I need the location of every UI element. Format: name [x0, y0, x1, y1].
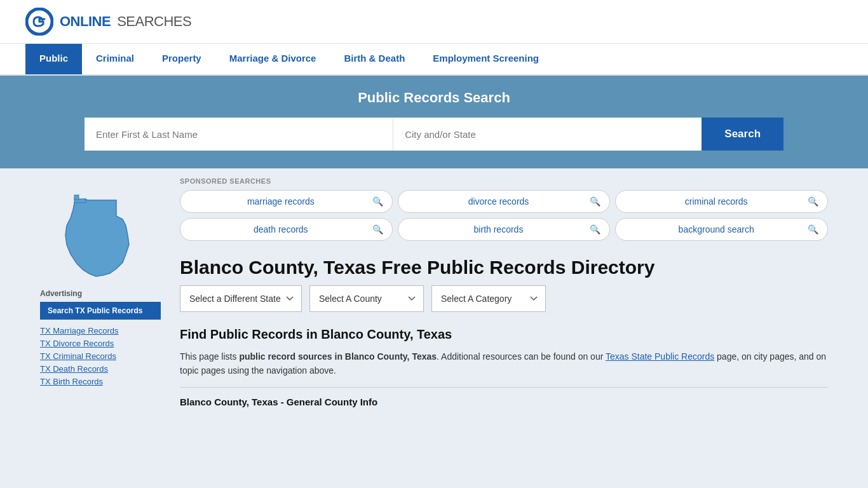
texas-map-area: [40, 181, 161, 289]
county-dropdown[interactable]: Select A County: [309, 285, 424, 312]
sponsored-text-death: death records: [189, 224, 372, 234]
nav-bar: Public Criminal Property Marriage & Divo…: [0, 43, 868, 74]
sidebar-link-marriage[interactable]: TX Marriage Records: [40, 326, 161, 336]
sponsored-item-birth[interactable]: birth records 🔍: [398, 218, 611, 241]
hero-search-section: Public Records Search Search: [0, 76, 868, 168]
search-icon-divorce: 🔍: [590, 196, 600, 207]
sidebar-ad-button[interactable]: Search TX Public Records: [40, 302, 161, 320]
find-section: Find Public Records in Blanco County, Te…: [180, 327, 828, 407]
county-title: Blanco County, Texas Free Public Records…: [180, 256, 828, 279]
sponsored-label: SPONSORED SEARCHES: [180, 177, 828, 185]
sponsored-text-birth: birth records: [407, 224, 590, 234]
svg-rect-2: [74, 195, 79, 200]
find-section-heading: Find Public Records in Blanco County, Te…: [180, 327, 828, 342]
nav-item-public[interactable]: Public: [25, 44, 82, 74]
sponsored-item-death[interactable]: death records 🔍: [180, 218, 393, 241]
search-icon-marriage: 🔍: [372, 196, 383, 207]
sponsored-item-divorce[interactable]: divorce records 🔍: [398, 190, 611, 213]
section-divider: [180, 387, 828, 388]
sidebar-link-death[interactable]: TX Death Records: [40, 364, 161, 374]
sponsored-text-divorce: divorce records: [407, 196, 590, 207]
sponsored-text-marriage: marriage records: [189, 196, 372, 207]
nav-item-criminal[interactable]: Criminal: [82, 44, 148, 74]
search-row: Search: [85, 118, 783, 151]
find-para-start: This page lists: [180, 351, 239, 362]
sponsored-item-criminal[interactable]: criminal records 🔍: [615, 190, 828, 213]
search-icon-death: 🔍: [372, 224, 383, 234]
search-button[interactable]: Search: [702, 118, 783, 151]
logo-icon: [25, 8, 53, 36]
sponsored-text-criminal: criminal records: [625, 196, 808, 207]
texas-state-records-link[interactable]: Texas State Public Records: [606, 351, 714, 362]
category-dropdown[interactable]: Select A Category: [431, 285, 546, 312]
logo-text-online: ONLINE: [60, 13, 111, 30]
texas-shape-icon: [59, 194, 142, 283]
state-dropdown[interactable]: Select a Different State: [180, 285, 302, 312]
nav-item-birth-death[interactable]: Birth & Death: [330, 44, 419, 74]
sidebar-link-divorce[interactable]: TX Divorce Records: [40, 339, 161, 348]
dropdowns-row: Select a Different State Select A County…: [180, 285, 828, 312]
general-info-title: Blanco County, Texas - General County In…: [180, 396, 828, 407]
search-icon-criminal: 🔍: [808, 196, 818, 207]
search-icon-birth: 🔍: [590, 224, 600, 234]
content-area: SPONSORED SEARCHES marriage records 🔍 di…: [167, 168, 828, 420]
search-icon-background: 🔍: [808, 224, 818, 234]
sponsored-text-background: background search: [625, 224, 808, 234]
sidebar-link-birth[interactable]: TX Birth Records: [40, 377, 161, 386]
logo-text-searches: SEARCHES: [117, 13, 191, 30]
name-search-input[interactable]: [85, 118, 393, 151]
sidebar-ad-label: Advertising: [40, 289, 161, 298]
sidebar: Advertising Search TX Public Records TX …: [40, 168, 167, 420]
find-section-paragraph: This page lists public record sources in…: [180, 349, 828, 378]
nav-item-marriage-divorce[interactable]: Marriage & Divorce: [215, 44, 330, 74]
hero-title: Public Records Search: [25, 90, 843, 106]
sidebar-link-criminal[interactable]: TX Criminal Records: [40, 351, 161, 361]
nav-item-property[interactable]: Property: [148, 44, 215, 74]
main-container: Advertising Search TX Public Records TX …: [27, 168, 841, 420]
find-para-mid: . Additional resources can be found on o…: [437, 351, 606, 362]
sponsored-item-marriage[interactable]: marriage records 🔍: [180, 190, 393, 213]
sponsored-item-background[interactable]: background search 🔍: [615, 218, 828, 241]
header: ONLINE SEARCHES: [0, 0, 868, 43]
location-search-input[interactable]: [393, 118, 702, 151]
find-para-bold: public record sources in Blanco County, …: [239, 351, 437, 362]
sponsored-grid: marriage records 🔍 divorce records 🔍 cri…: [180, 190, 828, 241]
logo: ONLINE SEARCHES: [25, 8, 191, 36]
nav-item-employment[interactable]: Employment Screening: [419, 44, 553, 74]
